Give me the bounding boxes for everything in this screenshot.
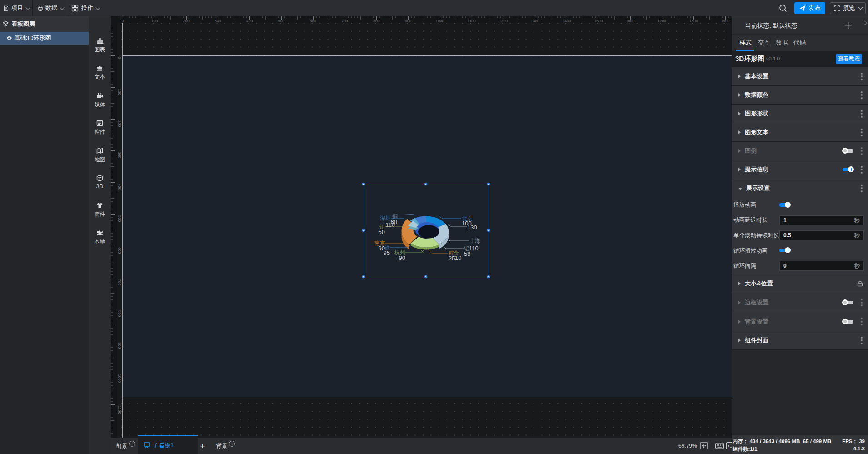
svg-text:上海: 上海 (469, 238, 480, 244)
svg-text:130: 130 (467, 224, 477, 231)
svg-text:10: 10 (455, 254, 461, 261)
svg-text:50: 50 (379, 229, 385, 235)
svg-text:深圳: 深圳 (380, 215, 391, 221)
svg-text:90: 90 (399, 254, 405, 261)
svg-text:110: 110 (385, 221, 395, 228)
svg-text:58: 58 (464, 250, 470, 257)
svg-text:95: 95 (384, 249, 390, 256)
svg-text:25: 25 (449, 255, 455, 262)
